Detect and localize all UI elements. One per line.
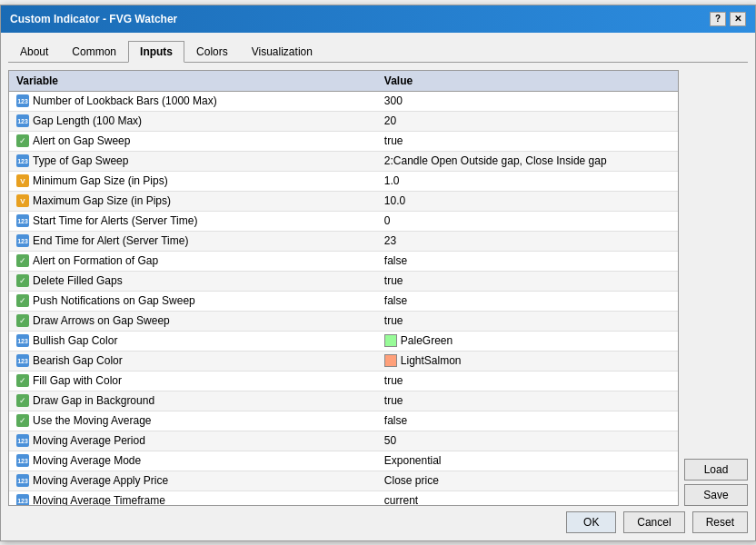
var-icon: V (16, 194, 29, 207)
dialog-window: Custom Indicator - FVG Watcher ? ✕ About… (0, 5, 756, 541)
value-cell: Exponential (377, 451, 678, 471)
value-cell: 20 (377, 111, 678, 131)
numeric-icon: 123 (16, 334, 29, 347)
table-row[interactable]: ✓Push Notifications on Gap Sweepfalse (9, 291, 678, 311)
check-icon: ✓ (16, 294, 29, 307)
value-cell: 50 (377, 431, 678, 451)
variable-label: Moving Average Mode (33, 454, 141, 467)
numeric-icon: 123 (16, 94, 29, 107)
numeric-icon: 123 (16, 114, 29, 127)
variable-cell: ✓Draw Gap in Background (9, 391, 377, 411)
value-cell: true (377, 271, 678, 291)
numeric-icon: 123 (16, 434, 29, 447)
table-row[interactable]: ✓Alert on Formation of Gapfalse (9, 251, 678, 271)
table-row[interactable]: 123Gap Length (100 Max)20 (9, 111, 678, 131)
table-row[interactable]: 123Moving Average Timeframecurrent (9, 490, 678, 506)
color-swatch (384, 334, 397, 347)
check-icon: ✓ (16, 274, 29, 287)
table-row[interactable]: ✓Draw Gap in Backgroundtrue (9, 391, 678, 411)
variable-cell: ✓Alert on Gap Sweep (9, 131, 377, 151)
tab-visualization[interactable]: Visualization (240, 41, 324, 63)
parameters-table: Variable Value 123Number of Lookback Bar… (9, 71, 678, 506)
var-icon: V (16, 174, 29, 187)
check-icon: ✓ (16, 134, 29, 147)
variable-label: Moving Average Period (33, 434, 145, 447)
variable-label: Minimum Gap Size (in Pips) (33, 174, 168, 187)
table-row[interactable]: VMaximum Gap Size (in Pips)10.0 (9, 191, 678, 211)
variable-cell: 123Moving Average Timeframe (9, 490, 377, 506)
table-row[interactable]: 123Moving Average ModeExponential (9, 451, 678, 471)
ok-button[interactable]: OK (566, 511, 616, 533)
variable-label: Draw Arrows on Gap Sweep (33, 314, 170, 327)
value-cell: false (377, 251, 678, 271)
value-cell: 10.0 (377, 191, 678, 211)
col-variable: Variable (9, 71, 377, 92)
variable-cell: 123End Time for Alert (Server Time) (9, 231, 377, 251)
value-cell: LightSalmon (377, 351, 678, 371)
save-button[interactable]: Save (684, 484, 748, 506)
color-label: LightSalmon (401, 354, 462, 367)
tab-about[interactable]: About (8, 41, 60, 63)
check-icon: ✓ (16, 414, 29, 427)
numeric-icon: 123 (16, 154, 29, 167)
dialog-body: AboutCommonInputsColorsVisualization Var… (1, 33, 755, 540)
value-cell: 1.0 (377, 171, 678, 191)
value-cell: PaleGreen (377, 331, 678, 351)
reset-button[interactable]: Reset (692, 511, 748, 533)
variable-cell: ✓Alert on Formation of Gap (9, 251, 377, 271)
help-button[interactable]: ? (710, 12, 726, 26)
variable-label: Start Time for Alerts (Server Time) (33, 214, 197, 227)
table-row[interactable]: ✓Alert on Gap Sweeptrue (9, 131, 678, 151)
value-cell: false (377, 291, 678, 311)
value-cell: true (377, 391, 678, 411)
table-row[interactable]: ✓Use the Moving Averagefalse (9, 411, 678, 431)
table-row[interactable]: VMinimum Gap Size (in Pips)1.0 (9, 171, 678, 191)
table-wrapper: Variable Value 123Number of Lookback Bar… (8, 70, 679, 506)
variable-cell: 123Bearish Gap Color (9, 351, 377, 371)
load-button[interactable]: Load (684, 459, 748, 481)
variable-cell: ✓Use the Moving Average (9, 411, 377, 431)
cancel-button[interactable]: Cancel (623, 511, 684, 533)
variable-label: Number of Lookback Bars (1000 Max) (33, 94, 217, 107)
table-row[interactable]: 123End Time for Alert (Server Time)23 (9, 231, 678, 251)
variable-cell: ✓Push Notifications on Gap Sweep (9, 291, 377, 311)
close-button[interactable]: ✕ (730, 12, 746, 26)
tab-inputs[interactable]: Inputs (128, 41, 184, 63)
value-cell: true (377, 371, 678, 391)
col-value: Value (377, 71, 678, 92)
value-cell: 300 (377, 91, 678, 111)
variable-cell: VMinimum Gap Size (in Pips) (9, 171, 377, 191)
table-row[interactable]: ✓Delete Filled Gapstrue (9, 271, 678, 291)
variable-label: Push Notifications on Gap Sweep (33, 294, 195, 307)
value-cell: current (377, 490, 678, 506)
variable-label: Delete Filled Gaps (33, 274, 123, 287)
table-row[interactable]: ✓Draw Arrows on Gap Sweeptrue (9, 311, 678, 331)
table-container[interactable]: Variable Value 123Number of Lookback Bar… (8, 70, 679, 506)
table-row[interactable]: 123Bearish Gap ColorLightSalmon (9, 351, 678, 371)
variable-cell: VMaximum Gap Size (in Pips) (9, 191, 377, 211)
table-row[interactable]: 123Bullish Gap ColorPaleGreen (9, 331, 678, 351)
variable-label: Type of Gap Sweep (33, 154, 128, 167)
table-row[interactable]: 123Start Time for Alerts (Server Time)0 (9, 211, 678, 231)
variable-cell: 123Moving Average Apply Price (9, 471, 377, 490)
variable-cell: ✓Delete Filled Gaps (9, 271, 377, 291)
variable-cell: 123Moving Average Mode (9, 451, 377, 471)
table-row[interactable]: 123Type of Gap Sweep2:Candle Open Outsid… (9, 151, 678, 171)
table-row[interactable]: ✓Fill Gap with Colortrue (9, 371, 678, 391)
variable-cell: 123Start Time for Alerts (Server Time) (9, 211, 377, 231)
table-row[interactable]: 123Moving Average Period50 (9, 431, 678, 451)
numeric-icon: 123 (16, 494, 29, 505)
value-cell: 23 (377, 231, 678, 251)
variable-cell: 123Number of Lookback Bars (1000 Max) (9, 91, 377, 111)
numeric-icon: 123 (16, 354, 29, 367)
tab-common[interactable]: Common (60, 41, 128, 63)
table-row[interactable]: 123Number of Lookback Bars (1000 Max)300 (9, 91, 678, 111)
variable-label: Maximum Gap Size (in Pips) (33, 194, 171, 207)
value-cell: false (377, 411, 678, 431)
numeric-icon: 123 (16, 214, 29, 227)
main-content: Variable Value 123Number of Lookback Bar… (8, 70, 748, 506)
check-icon: ✓ (16, 374, 29, 387)
table-row[interactable]: 123Moving Average Apply PriceClose price (9, 471, 678, 490)
tab-colors[interactable]: Colors (184, 41, 240, 63)
variable-cell: ✓Fill Gap with Color (9, 371, 377, 391)
